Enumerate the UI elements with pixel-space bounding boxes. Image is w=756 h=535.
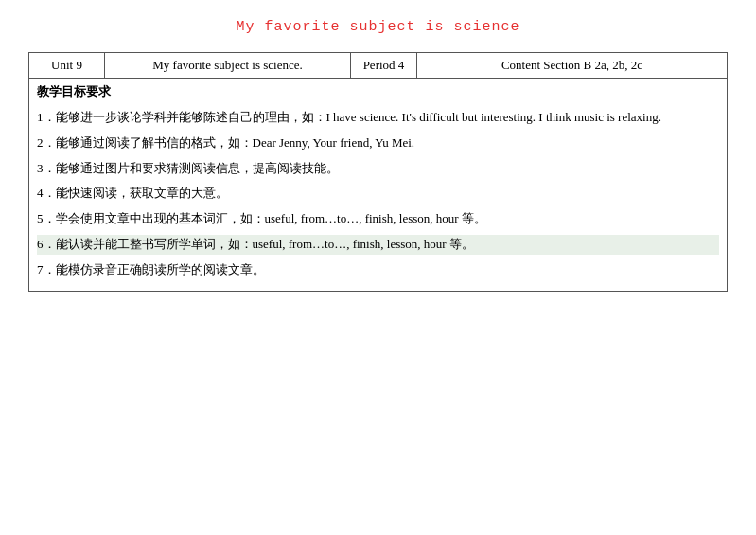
list-item: 1．能够进一步谈论学科并能够陈述自己的理由，如：I have science. … [37, 108, 719, 128]
page-title: My favorite subject is science [28, 19, 728, 35]
period-cell: Period 4 [351, 53, 417, 79]
list-item: 4．能快速阅读，获取文章的大意。 [37, 184, 719, 204]
objectives-row: 教学目标要求 1．能够进一步谈论学科并能够陈述自己的理由，如：I have sc… [29, 79, 728, 292]
subject-cell: My favorite subject is science. [105, 53, 351, 79]
table-header-row: Unit 9 My favorite subject is science. P… [29, 53, 728, 79]
objectives-list: 1．能够进一步谈论学科并能够陈述自己的理由，如：I have science. … [37, 108, 719, 280]
list-item: 7．能模仿录音正确朗读所学的阅读文章。 [37, 260, 719, 280]
section-title: 教学目标要求 [37, 83, 719, 100]
objectives-cell: 教学目标要求 1．能够进一步谈论学科并能够陈述自己的理由，如：I have sc… [29, 79, 728, 292]
list-item: 5．学会使用文章中出现的基本词汇，如：useful, from…to…, fin… [37, 209, 719, 229]
unit-cell: Unit 9 [29, 53, 105, 79]
list-item: 3．能够通过图片和要求猜测阅读信息，提高阅读技能。 [37, 159, 719, 179]
list-item: 2．能够通过阅读了解书信的格式，如：Dear Jenny, Your frien… [37, 134, 719, 153]
lesson-plan-table: Unit 9 My favorite subject is science. P… [28, 52, 728, 292]
list-item: 6．能认读并能工整书写所学单词，如：useful, from…to…, fini… [37, 235, 719, 255]
content-cell-header: Content Section B 2a, 2b, 2c [417, 53, 728, 79]
